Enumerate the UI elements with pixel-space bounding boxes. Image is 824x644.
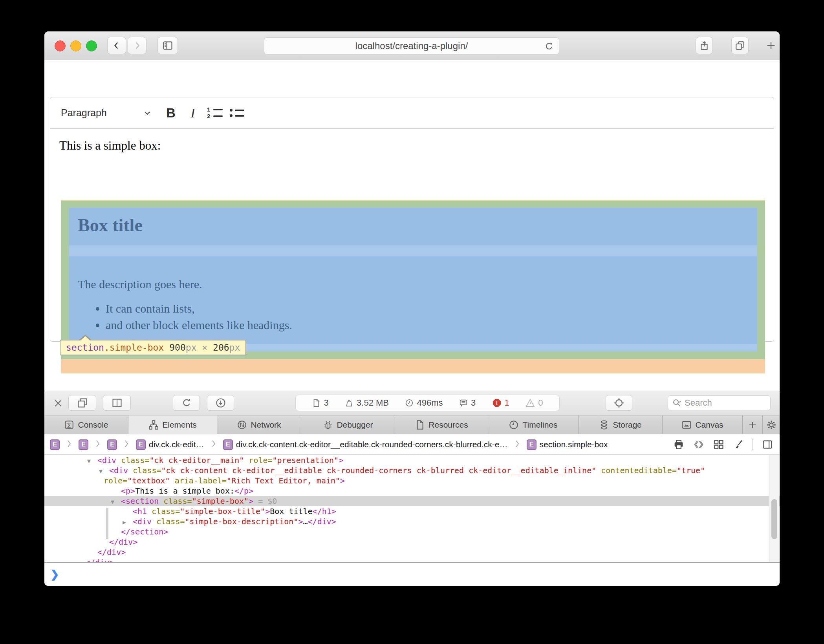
tab-debugger[interactable]: Debugger: [301, 415, 395, 434]
dom-tree-line[interactable]: <h1 class="simple-box-title">Box title</…: [44, 506, 780, 516]
print-icon[interactable]: [673, 439, 684, 450]
console-prompt-row[interactable]: ❯: [44, 562, 780, 586]
console-prompt-chevron: ❯: [50, 568, 59, 581]
breadcrumb-item[interactable]: Ediv.ck.ck-content.ck-editor__editable.c…: [223, 439, 508, 450]
box-title-text: Box title: [78, 215, 143, 236]
transfer-size-badge[interactable]: 3.52 MB: [345, 398, 389, 408]
disclosure-open-icon[interactable]: ▼: [111, 497, 121, 507]
breadcrumb-separator-icon: [95, 439, 100, 450]
italic-button[interactable]: I: [182, 102, 204, 124]
breadcrumb-item[interactable]: E: [107, 439, 117, 450]
address-bar[interactable]: localhost/creating-a-plugin/: [264, 37, 559, 55]
dom-tree-token: "simple-box": [192, 496, 249, 506]
tree-scrollbar[interactable]: [769, 455, 779, 562]
dom-tree-line[interactable]: ▼<section class="simple-box"> = $0: [44, 496, 780, 506]
tooltip-times: ×: [197, 342, 213, 353]
numbered-list-button[interactable]: 1 2: [204, 102, 226, 124]
dom-tree-line[interactable]: </section>: [44, 527, 780, 537]
tab-overview-button[interactable]: [731, 37, 749, 54]
dom-tree-token: aria-label=: [170, 476, 227, 485]
dom-tree-line[interactable]: </div>: [44, 547, 780, 557]
inspector-settings-button[interactable]: [763, 415, 780, 434]
load-time-badge[interactable]: 496ms: [405, 398, 443, 408]
browser-window: localhost/creating-a-plugin/ Paragraph B…: [44, 31, 780, 586]
tab-elements[interactable]: Elements: [128, 415, 217, 434]
element-picker-button[interactable]: [606, 395, 632, 411]
tab-network[interactable]: Network: [217, 415, 301, 434]
download-icon: [215, 397, 226, 408]
breadcrumb-item[interactable]: E: [79, 439, 88, 450]
dom-tree-token: <section: [121, 496, 159, 506]
paragraph-dropdown[interactable]: Paragraph: [61, 107, 151, 119]
tab-resources[interactable]: Resources: [395, 415, 488, 434]
dom-tree-line[interactable]: </div>: [44, 557, 780, 562]
inspector-reload-button[interactable]: [173, 395, 200, 411]
tab-canvas[interactable]: Canvas: [663, 415, 743, 434]
scrollbar-thumb[interactable]: [771, 499, 777, 539]
error-octagon-icon: !: [492, 398, 502, 408]
paintbrush-icon[interactable]: [733, 439, 744, 450]
dom-tree-token: role=: [104, 476, 127, 485]
add-tab-button[interactable]: [743, 415, 763, 434]
dom-tree-line[interactable]: ▶<div class="simple-box-description">…</…: [44, 516, 780, 527]
reload-button[interactable]: [544, 41, 554, 51]
breadcrumb: EEEEdiv.ck.ck-edit…Ediv.ck.ck-content.ck…: [50, 439, 608, 450]
dom-tree-token: class=: [147, 507, 180, 516]
element-badge-icon: E: [107, 439, 117, 450]
source-code-icon[interactable]: [693, 439, 705, 450]
inspected-simple-box-margin-highlight: [61, 359, 765, 373]
bulleted-list-button[interactable]: [226, 102, 248, 124]
dom-tree-token: </div>: [109, 537, 137, 547]
dock-side-button[interactable]: [103, 395, 131, 411]
dom-tree-line[interactable]: role="textbox" aria-label="Rich Text Edi…: [44, 476, 780, 486]
inspector-search-field[interactable]: [668, 395, 771, 410]
tab-console[interactable]: ∑ Console: [44, 415, 128, 434]
breadcrumb-item[interactable]: Ediv.ck.ck-edit…: [136, 439, 204, 450]
new-tab-button[interactable]: [764, 37, 778, 54]
dom-tree-token: >: [340, 476, 345, 485]
grid-overlay-icon[interactable]: [713, 439, 724, 450]
console-message-badge[interactable]: 3: [459, 398, 476, 408]
detach-icon: [77, 397, 88, 408]
element-badge-icon: E: [223, 439, 233, 450]
sidebar-toggle-button[interactable]: [157, 37, 178, 54]
disclosure-open-icon[interactable]: ▼: [87, 456, 97, 466]
dom-tree-token: >: [298, 517, 303, 526]
breadcrumb-label: div.ck.ck-content.ck-editor__editable.ck…: [236, 440, 508, 449]
element-badge-icon: E: [50, 439, 60, 450]
forward-button[interactable]: [128, 37, 146, 54]
close-window-button[interactable]: [55, 40, 66, 51]
download-page-button[interactable]: [207, 395, 234, 411]
breadcrumb-item[interactable]: E: [50, 439, 60, 450]
share-button[interactable]: [696, 37, 713, 54]
tree-indent-guide: [106, 508, 108, 539]
tab-storage[interactable]: Storage: [579, 415, 663, 434]
details-sidebar-icon[interactable]: [762, 439, 773, 450]
minimize-window-button[interactable]: [70, 40, 81, 51]
document-count-badge[interactable]: 3: [312, 398, 328, 408]
tab-timelines[interactable]: Timelines: [488, 415, 579, 434]
zoom-window-button[interactable]: [86, 40, 97, 51]
back-button[interactable]: [107, 37, 126, 54]
inspected-simple-box-padding-highlight: Box title The description goes here. It …: [61, 200, 765, 359]
dom-tree-token: </div>: [86, 558, 114, 562]
crosshair-icon: [613, 397, 625, 409]
warning-count-badge[interactable]: 0: [526, 398, 543, 408]
dom-tree-line[interactable]: <p>This is a simple box:</p>: [44, 486, 780, 496]
bold-button[interactable]: B: [160, 102, 182, 124]
error-count-badge[interactable]: ! 1: [492, 398, 509, 408]
dom-tree-line[interactable]: ▼<div class="ck ck-content ck-editor__ed…: [44, 465, 780, 476]
disclosure-open-icon[interactable]: ▼: [99, 466, 109, 476]
dom-tree-line[interactable]: ▼<div class="ck ck-editor__main" role="p…: [44, 455, 780, 465]
timelines-tab-icon: [509, 420, 519, 430]
editor-editable-area[interactable]: This is a simple box: Box title The desc…: [50, 129, 774, 341]
detach-inspector-button[interactable]: [68, 395, 96, 411]
disclosure-closed-icon[interactable]: ▶: [123, 517, 133, 527]
close-inspector-button[interactable]: [51, 397, 65, 410]
dom-tree-token: <div: [133, 517, 152, 526]
dom-tree-line[interactable]: </div>: [44, 537, 780, 547]
dom-tree-token: >: [339, 456, 343, 465]
gear-icon: [766, 420, 776, 430]
breadcrumb-item[interactable]: Esection.simple-box: [527, 439, 608, 450]
search-input[interactable]: [684, 397, 756, 408]
